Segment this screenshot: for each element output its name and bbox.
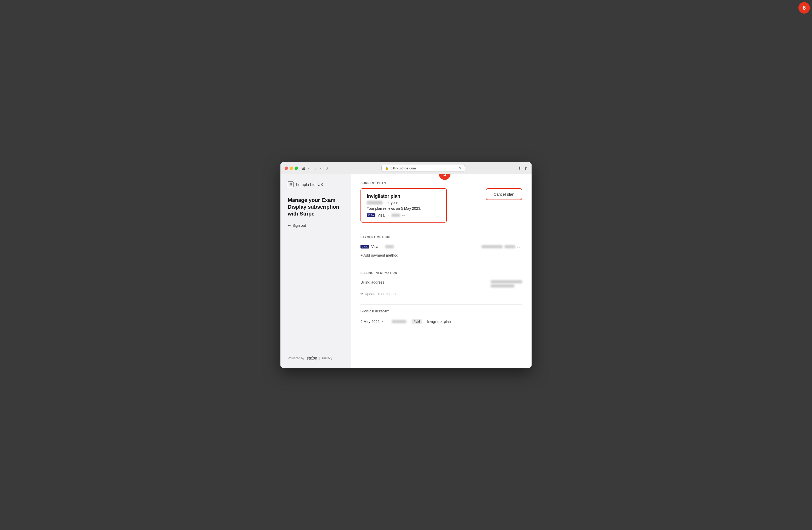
privacy-link[interactable]: Privacy <box>322 357 332 360</box>
shield-icon: 🛡 <box>324 166 328 170</box>
billing-address-blurred-2 <box>491 284 514 288</box>
update-information-button[interactable]: ✏ Update information <box>361 290 395 298</box>
address-bar[interactable]: 🔒 billing.stripe.com ↻ <box>381 165 465 172</box>
billing-address-value <box>491 280 522 288</box>
sidebar: ⊡ Lompla Ltd. UK Manage your Exam Displa… <box>280 174 351 368</box>
plan-price-row: per year <box>367 200 440 205</box>
traffic-lights <box>285 167 298 170</box>
browser-nav-controls: ‹ › <box>314 166 322 171</box>
edit-payment-button[interactable]: ✏ <box>402 213 405 217</box>
section-divider-1 <box>361 230 522 230</box>
powered-by-text: Powered by <box>288 357 304 360</box>
section-divider-3 <box>361 304 522 305</box>
invoice-date[interactable]: 5 May 2022 ↗ <box>361 319 387 324</box>
section-divider-2 <box>361 266 522 266</box>
billing-address-blurred-1 <box>491 280 522 283</box>
minimize-button[interactable] <box>290 167 293 170</box>
current-plan-section: 5 CURRENT PLAN Invigilator plan per year… <box>361 181 522 223</box>
billing-info-label: BILLING INFORMATION <box>361 271 522 275</box>
payment-method-right: ... <box>482 244 522 249</box>
plan-payment-row: VISA Visa ···· ✏ <box>367 213 440 217</box>
plan-card: Invigilator plan per year Your plan rene… <box>361 188 447 223</box>
sidebar-footer: Powered by stripe | Privacy <box>288 356 344 361</box>
stripe-logo: stripe <box>306 356 317 361</box>
visa-dots-payment: Visa ···· <box>371 245 383 249</box>
payment-card-blurred <box>385 245 394 248</box>
current-plan-section-label: CURRENT PLAN <box>361 181 522 185</box>
signout-link[interactable]: ↩ Sign out <box>288 223 344 227</box>
address-bar-container: 🔒 billing.stripe.com ↻ <box>331 165 516 172</box>
invoice-plan-name: Invigilator plan <box>427 319 451 324</box>
maximize-button[interactable] <box>294 167 298 170</box>
invoice-amount-blurred <box>392 320 406 323</box>
payment-info-blurred-1 <box>482 245 503 248</box>
main-content: 5 CURRENT PLAN Invigilator plan per year… <box>351 174 532 368</box>
plan-price-period: per year <box>385 200 398 205</box>
payment-method-section: PAYMENT METHOD VISA Visa ···· ... + Add … <box>361 235 522 260</box>
invoice-history-label: INVOICE HISTORY <box>361 310 522 313</box>
sidebar-heading: Manage your Exam Display subscription wi… <box>288 197 344 217</box>
share-button[interactable]: ⬆ <box>524 166 527 171</box>
invoice-row: 5 May 2022 ↗ Paid Invigilator plan <box>361 317 522 326</box>
download-button[interactable]: ⬇ <box>518 166 521 171</box>
browser-titlebar: ⊞ ▾ ‹ › 🛡 🔒 billing.stripe.com ↻ ⬇ ⬆ <box>285 165 527 172</box>
billing-information-section: BILLING INFORMATION Billing address ✏ Up… <box>361 271 522 298</box>
browser-chrome: ⊞ ▾ ‹ › 🛡 🔒 billing.stripe.com ↻ ⬇ ⬆ <box>280 162 532 174</box>
plan-renew-text: Your plan renews on 5 May 2023. <box>367 206 440 211</box>
signout-label: Sign out <box>292 223 306 227</box>
visa-badge-payment: VISA <box>361 245 369 249</box>
payment-method-left: VISA Visa ···· <box>361 245 394 249</box>
plan-row: Invigilator plan per year Your plan rene… <box>361 188 522 223</box>
billing-address-label: Billing address <box>361 280 392 284</box>
logo-icon: ⊡ <box>288 181 293 187</box>
plan-price-blurred <box>367 201 382 205</box>
footer-divider: | <box>319 357 320 360</box>
lock-icon: 🔒 <box>385 167 389 170</box>
payment-method-label: PAYMENT METHOD <box>361 235 522 239</box>
payment-options-button[interactable]: ... <box>517 244 522 249</box>
url-text: billing.stripe.com <box>391 166 416 170</box>
external-link-icon: ↗ <box>381 320 383 323</box>
sidebar-logo: ⊡ Lompla Ltd. UK <box>288 181 344 187</box>
chevron-down-icon: ▾ <box>308 167 309 170</box>
signout-arrow-icon: ↩ <box>288 223 291 227</box>
company-name: Lompla Ltd. UK <box>296 182 323 187</box>
paid-badge: Paid <box>411 319 422 324</box>
payment-method-row: VISA Visa ···· ... <box>361 242 522 251</box>
browser-body: ⊡ Lompla Ltd. UK Manage your Exam Displa… <box>280 174 532 368</box>
invoice-history-section: INVOICE HISTORY 5 May 2022 ↗ Paid Invigi… <box>361 310 522 326</box>
forward-button[interactable]: › <box>319 166 322 171</box>
annotation-badge-5: 5 <box>439 174 450 180</box>
visa-badge-plan: VISA <box>367 213 375 217</box>
refresh-icon[interactable]: ↻ <box>458 166 461 170</box>
browser-window: ⊞ ▾ ‹ › 🛡 🔒 billing.stripe.com ↻ ⬇ ⬆ <box>280 162 532 368</box>
back-button[interactable]: ‹ <box>314 166 317 171</box>
billing-address-row: Billing address <box>361 278 522 290</box>
browser-actions: ⬇ ⬆ 6 <box>518 166 527 171</box>
cancel-plan-button[interactable]: Cancel plan <box>486 188 522 200</box>
payment-info-blurred-2 <box>505 245 515 248</box>
visa-dots-plan: Visa ···· <box>377 213 390 217</box>
card-last4-blurred <box>392 214 400 217</box>
plan-name: Invigilator plan <box>367 194 440 199</box>
add-payment-method-button[interactable]: + Add payment method <box>361 251 398 260</box>
close-button[interactable] <box>285 167 288 170</box>
sidebar-toggle-button[interactable]: ⊞ <box>302 166 305 171</box>
